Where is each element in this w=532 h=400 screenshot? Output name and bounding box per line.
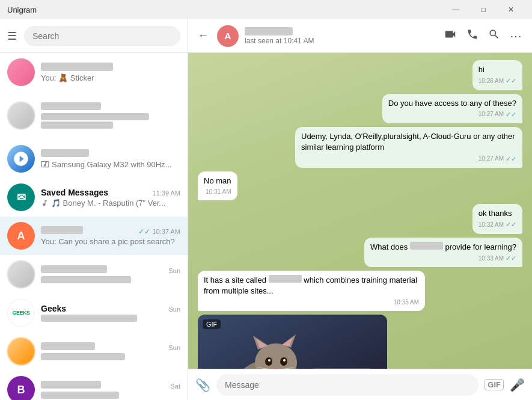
message-input[interactable]	[216, 374, 478, 396]
more-options-icon[interactable]: ⋯	[510, 29, 522, 43]
search-box[interactable]	[24, 26, 180, 46]
message-row: ok thanks 10:32 AM ✓✓	[198, 204, 522, 234]
chat-item[interactable]: B Sat	[0, 371, 188, 400]
chat-name	[41, 63, 113, 72]
avatar	[7, 145, 35, 173]
message-time: 10:26 AM	[478, 77, 504, 85]
chat-info: Samsung Galaxy M32 with 90Hz...	[41, 149, 180, 169]
sidebar: ☰ You: 🧸 Sticker	[0, 19, 188, 400]
chat-preview: You: 🧸 Sticker	[41, 73, 180, 82]
gif-button[interactable]: GIF	[485, 379, 504, 390]
window-controls: — □ ✕	[442, 0, 525, 19]
chat-name	[41, 149, 89, 159]
chat-time: Sun	[168, 306, 180, 313]
chat-preview	[41, 315, 180, 322]
message-time: 10:27 AM	[478, 110, 504, 118]
mic-icon[interactable]: 🎤	[510, 378, 525, 392]
chat-item[interactable]: Samsung Galaxy M32 with 90Hz...	[0, 140, 188, 178]
app-body: ☰ You: 🧸 Sticker	[0, 19, 532, 400]
close-button[interactable]: ✕	[497, 0, 525, 19]
chat-item[interactable]	[0, 91, 188, 140]
chat-preview	[41, 276, 180, 283]
avatar: A	[7, 222, 35, 250]
message-bubble: Udemy, Lynda, O'Reilly,pluralsight, A-Cl…	[295, 127, 522, 168]
chat-header-status: last seen at 10:41 AM	[245, 37, 438, 45]
chat-name	[41, 265, 107, 275]
chat-header-actions: ⋯	[444, 28, 522, 44]
chat-name: Saved Messages	[41, 188, 108, 197]
message-row: GIF 10:35 AM ✓✓	[198, 315, 522, 369]
message-time: 10:33 AM	[478, 254, 504, 263]
avatar	[7, 337, 35, 365]
message-time: 10:27 AM	[478, 155, 504, 163]
video-call-icon[interactable]	[444, 28, 457, 44]
message-row: No man 10:31 AM	[198, 171, 522, 200]
back-button[interactable]: ←	[198, 29, 209, 42]
check-icon: ✓✓	[506, 110, 516, 119]
chat-preview	[41, 392, 180, 399]
chat-time: 11:39 AM	[153, 189, 180, 197]
message-time: 10:35 AM	[394, 298, 419, 307]
avatar: ✉	[7, 183, 35, 211]
menu-icon[interactable]: ☰	[7, 29, 17, 43]
check-icon: ✓✓	[506, 155, 516, 164]
avatar	[7, 102, 35, 129]
avatar	[7, 58, 35, 86]
phone-icon[interactable]	[466, 28, 478, 43]
search-input[interactable]	[32, 31, 172, 41]
chat-name	[41, 342, 95, 352]
message-time: 10:31 AM	[206, 188, 231, 196]
gif-bubble: GIF 10:35 AM ✓✓	[198, 315, 387, 369]
chat-info: Geeks Sun	[41, 304, 180, 322]
message-time: 10:32 AM	[478, 221, 504, 229]
chat-info: Sun	[41, 265, 180, 283]
chat-item[interactable]: Sun	[0, 255, 188, 294]
chat-preview	[41, 353, 180, 360]
message-text: No man	[204, 176, 231, 185]
chat-time: Sat	[170, 383, 180, 390]
chat-preview	[41, 113, 180, 120]
chat-info: Sun	[41, 342, 180, 360]
chat-preview: Samsung Galaxy M32 with 90Hz...	[41, 160, 180, 169]
avatar: B	[7, 376, 35, 400]
chat-time: Sun	[168, 344, 180, 351]
svg-point-10	[265, 357, 272, 366]
message-bubble: hi 10:26 AM ✓✓	[472, 60, 522, 90]
chat-time: Sun	[168, 267, 180, 274]
message-text: Udemy, Lynda, O'Reilly,pluralsight, A-Cl…	[301, 132, 515, 152]
message-row: hi 10:26 AM ✓✓	[198, 60, 522, 90]
gif-label: GIF	[203, 319, 221, 329]
attach-icon[interactable]: 📎	[195, 378, 210, 392]
message-text: It has a site called which combines trai…	[204, 275, 417, 295]
message-text: hi	[478, 65, 485, 74]
minimize-button[interactable]: —	[442, 0, 469, 19]
svg-point-12	[268, 359, 271, 362]
message-bubble: Do you have access to any of these? 10:2…	[382, 94, 522, 124]
chat-name	[41, 226, 83, 236]
message-bubble: It has a site called which combines trai…	[198, 271, 425, 310]
chat-item-geeks[interactable]: GEEKS Geeks Sun	[0, 294, 188, 332]
chat-list: You: 🧸 Sticker	[0, 53, 188, 400]
chat-info: Saved Messages 11:39 AM 🎵 Boney M. - Ras…	[41, 188, 180, 208]
chat-item[interactable]: Sun	[0, 332, 188, 371]
chat-item[interactable]: You: 🧸 Sticker	[0, 53, 188, 91]
chat-preview	[41, 122, 180, 129]
message-text: What does provide for learning?	[370, 242, 516, 251]
avatar: GEEKS	[7, 299, 35, 327]
message-bubble: No man 10:31 AM	[198, 171, 237, 200]
app-title: Unigram	[7, 5, 37, 14]
avatar	[7, 260, 35, 288]
maximize-button[interactable]: □	[469, 0, 497, 19]
message-bubble: ok thanks 10:32 AM ✓✓	[472, 204, 522, 234]
message-row: Udemy, Lynda, O'Reilly,pluralsight, A-Cl…	[198, 127, 522, 168]
svg-point-11	[280, 357, 287, 366]
message-input-bar: 📎 GIF 🎤	[188, 369, 532, 400]
message-text: Do you have access to any of these?	[388, 99, 516, 108]
chat-item-saved-messages[interactable]: ✉ Saved Messages 11:39 AM 🎵 Boney M. - R…	[0, 178, 188, 217]
sidebar-header: ☰	[0, 19, 188, 53]
message-row: It has a site called which combines trai…	[198, 271, 522, 310]
chat-info	[41, 102, 180, 129]
search-icon[interactable]	[488, 28, 500, 43]
chat-item-active[interactable]: A ✓✓ 10:37 AM You: Can you share a pic p…	[0, 217, 188, 255]
chat-time: ✓✓ 10:37 AM	[138, 227, 180, 236]
